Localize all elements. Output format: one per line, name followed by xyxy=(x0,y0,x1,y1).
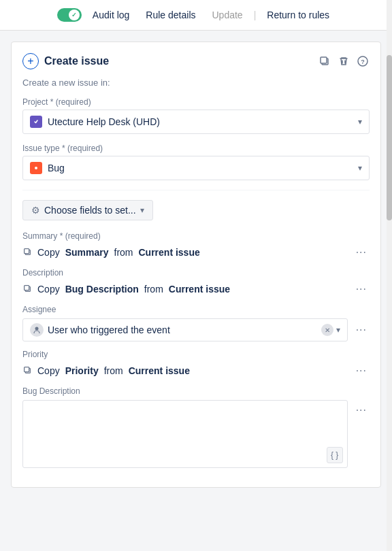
choose-fields-chevron-icon: ▾ xyxy=(140,205,144,215)
assignee-input-row: User who triggered the event ✕ ▾ ··· xyxy=(22,318,370,341)
assignee-more-btn[interactable]: ··· xyxy=(353,322,370,337)
description-copy-text: Copy xyxy=(37,284,60,295)
description-content: Copy Bug Description from Current issue xyxy=(22,284,348,295)
help-icon: ? xyxy=(357,56,368,67)
assignee-right: ✕ ▾ xyxy=(321,324,340,336)
summary-content: Copy Summary from Current issue xyxy=(22,247,348,258)
priority-copy-text: Copy xyxy=(37,365,60,376)
trash-icon xyxy=(338,56,349,67)
card-title-group: + Create issue xyxy=(22,53,109,69)
project-value: Utecture Help Desk (UHD) xyxy=(30,116,160,128)
priority-bold-source: Current issue xyxy=(129,365,190,376)
project-icon xyxy=(30,116,42,128)
svg-text:?: ? xyxy=(361,59,365,65)
svg-point-11 xyxy=(35,327,39,331)
top-nav: Audit log Rule details Update | Return t… xyxy=(0,0,392,31)
priority-section: Priority Copy Priority from Current issu… xyxy=(22,350,370,378)
description-label: Description xyxy=(22,268,370,278)
issue-type-label: Issue type * (required) xyxy=(22,144,370,153)
duplicate-icon-btn[interactable] xyxy=(318,54,331,68)
toggle-switch[interactable] xyxy=(57,8,82,22)
summary-copy-icon[interactable] xyxy=(22,247,32,258)
summary-section: Summary * (required) Copy Summary from C… xyxy=(22,231,370,260)
svg-rect-1 xyxy=(321,57,327,63)
assignee-label: Assignee xyxy=(22,305,370,314)
gear-icon: ⚙ xyxy=(31,205,40,216)
assignee-select[interactable]: User who triggered the event ✕ ▾ xyxy=(22,318,348,341)
priority-more-btn[interactable]: ··· xyxy=(353,363,370,378)
issue-type-value: Bug xyxy=(30,162,65,174)
assignee-value: User who triggered the event xyxy=(48,324,170,335)
description-more-btn[interactable]: ··· xyxy=(353,282,370,297)
nav-separator: | xyxy=(254,10,257,20)
bug-description-more-btn[interactable]: ··· xyxy=(353,403,370,418)
summary-from-text: from xyxy=(114,247,133,258)
svg-rect-13 xyxy=(24,367,29,371)
duplicate-icon xyxy=(319,56,330,67)
nav-rule-details[interactable]: Rule details xyxy=(140,7,201,23)
svg-rect-8 xyxy=(24,248,29,253)
assignee-section: Assignee User who triggered the event xyxy=(22,305,370,341)
svg-rect-10 xyxy=(24,285,29,290)
issue-type-select[interactable]: Bug ▾ xyxy=(22,156,370,180)
priority-label: Priority xyxy=(22,350,370,359)
project-select[interactable]: Utecture Help Desk (UHD) ▾ xyxy=(22,110,370,134)
trash-icon-btn[interactable] xyxy=(337,54,350,68)
nav-audit-log[interactable]: Audit log xyxy=(87,7,135,23)
bug-description-label: Bug Description xyxy=(22,386,370,396)
toggle-knob xyxy=(69,10,80,20)
help-icon-btn[interactable]: ? xyxy=(356,54,370,68)
choose-fields-label: Choose fields to set... xyxy=(44,205,136,216)
description-section: Description Copy Bug Description from Cu… xyxy=(22,268,370,297)
project-chevron-icon: ▾ xyxy=(358,117,362,127)
priority-copy-icon[interactable] xyxy=(22,365,32,377)
description-from-text: from xyxy=(144,284,163,295)
choose-fields-btn[interactable]: ⚙ Choose fields to set... ▾ xyxy=(22,200,153,220)
priority-content: Copy Priority from Current issue xyxy=(22,365,348,377)
svg-point-6 xyxy=(35,167,37,169)
summary-bold-source: Current issue xyxy=(139,247,200,258)
bug-description-textarea[interactable]: { } xyxy=(22,400,348,468)
card-header: + Create issue xyxy=(22,53,370,69)
bug-description-section: Bug Description { } ··· xyxy=(22,386,370,468)
priority-bold-field: Priority xyxy=(65,365,99,376)
divider-1 xyxy=(22,190,370,190)
brace-icon-btn[interactable]: { } xyxy=(327,447,343,463)
issue-type-chevron-icon: ▾ xyxy=(358,163,362,173)
description-row: Copy Bug Description from Current issue … xyxy=(22,282,370,297)
summary-label: Summary * (required) xyxy=(22,231,370,241)
assignee-clear-btn[interactable]: ✕ xyxy=(321,324,333,336)
project-label: Project * (required) xyxy=(22,97,370,107)
summary-bold-field: Summary xyxy=(65,247,109,258)
create-issue-card: + Create issue xyxy=(11,41,381,488)
priority-row: Copy Priority from Current issue ··· xyxy=(22,363,370,378)
card-title: Create issue xyxy=(44,55,109,67)
assignee-avatar xyxy=(30,323,44,337)
summary-copy-text: Copy xyxy=(37,247,60,258)
nav-update-btn[interactable]: Update xyxy=(207,7,248,23)
card-actions: ? xyxy=(318,54,370,68)
description-copy-icon[interactable] xyxy=(22,284,32,295)
page-scrollbar[interactable] xyxy=(387,0,392,551)
summary-row: Copy Summary from Current issue ··· xyxy=(22,245,370,260)
scrollbar-thumb xyxy=(387,55,392,220)
assignee-left: User who triggered the event xyxy=(30,323,170,337)
card-subtitle: Create a new issue in: xyxy=(22,78,370,88)
assignee-chevron-icon: ▾ xyxy=(336,325,340,335)
priority-from-text: from xyxy=(104,365,123,376)
main-content: + Create issue xyxy=(0,31,392,548)
nav-return-to-rules[interactable]: Return to rules xyxy=(261,7,335,23)
bug-type-icon xyxy=(30,162,42,174)
plus-icon-btn[interactable]: + xyxy=(22,53,39,69)
summary-more-btn[interactable]: ··· xyxy=(353,245,370,260)
description-bold-source: Current issue xyxy=(169,284,230,295)
description-bold-field: Bug Description xyxy=(65,284,139,295)
